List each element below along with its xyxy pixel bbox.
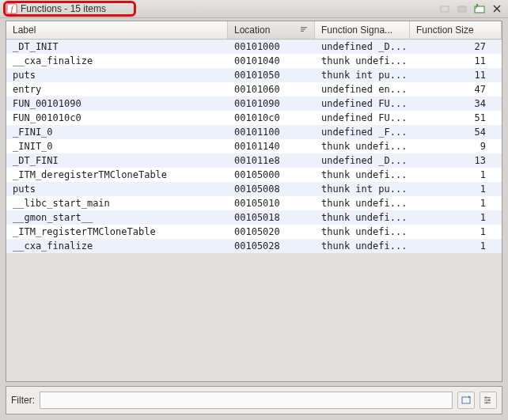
col-header-size-text: Function Size bbox=[416, 25, 474, 36]
table-empty-area bbox=[6, 253, 502, 381]
cell-location: 00105000 bbox=[228, 169, 315, 180]
table-row[interactable]: puts00101050thunk int pu...11 bbox=[6, 68, 502, 82]
table-row[interactable]: _INIT_000101140thunk undefi...9 bbox=[6, 139, 502, 153]
toolbar-button-2[interactable] bbox=[454, 2, 470, 16]
svg-rect-8 bbox=[301, 31, 304, 32]
table-row[interactable]: __gmon_start__00105018thunk undefi...1 bbox=[6, 210, 502, 225]
svg-point-15 bbox=[486, 402, 488, 404]
cell-label: _FINI_0 bbox=[6, 127, 228, 138]
table-row[interactable]: entry00101060undefined en...47 bbox=[6, 82, 502, 96]
functions-icon: f bbox=[6, 3, 17, 14]
col-header-label[interactable]: Label bbox=[6, 21, 228, 39]
col-header-location[interactable]: Location bbox=[228, 21, 315, 39]
cell-location: 00101090 bbox=[228, 98, 315, 109]
cell-location: 001010c0 bbox=[228, 112, 315, 123]
cell-location: 00105008 bbox=[228, 184, 315, 195]
col-header-location-text: Location bbox=[234, 25, 270, 36]
cell-sig: undefined _D... bbox=[315, 155, 410, 166]
cell-label: __cxa_finalize bbox=[6, 240, 228, 252]
table-row[interactable]: _ITM_registerTMCloneTable00105020thunk u… bbox=[6, 225, 502, 239]
cell-size: 11 bbox=[410, 55, 502, 66]
cell-size: 1 bbox=[410, 226, 502, 237]
svg-rect-2 bbox=[441, 6, 449, 12]
col-header-signature[interactable]: Function Signa... bbox=[315, 21, 410, 39]
sort-indicator-icon bbox=[300, 25, 308, 36]
filter-bar: Filter: bbox=[6, 386, 502, 414]
filter-label: Filter: bbox=[11, 395, 35, 406]
table-row[interactable]: __cxa_finalize00101040thunk undefi...11 bbox=[6, 54, 502, 68]
cell-label: _ITM_registerTMCloneTable bbox=[6, 226, 228, 237]
toolbar-button-1[interactable] bbox=[437, 2, 453, 16]
cell-sig: thunk undefi... bbox=[315, 141, 410, 152]
table-body: _DT_INIT00101000undefined _D...27__cxa_f… bbox=[6, 40, 502, 381]
cell-label: puts bbox=[6, 184, 228, 195]
cell-location: 001011e8 bbox=[228, 155, 315, 166]
svg-rect-9 bbox=[462, 397, 470, 403]
cell-label: _ITM_deregisterTMCloneTable bbox=[6, 169, 228, 180]
cell-label: FUN_001010c0 bbox=[6, 112, 228, 123]
cell-location: 00101060 bbox=[228, 84, 315, 95]
cell-location: 00101040 bbox=[228, 55, 315, 66]
cell-sig: undefined FU... bbox=[315, 98, 410, 109]
cell-size: 1 bbox=[410, 212, 502, 223]
cell-sig: thunk undefi... bbox=[315, 169, 410, 180]
close-button[interactable] bbox=[489, 2, 505, 16]
cell-label: _DT_FINI bbox=[6, 155, 228, 166]
cell-label: _DT_INIT bbox=[6, 41, 228, 52]
table-row[interactable]: _FINI_000101100undefined _F...54 bbox=[6, 125, 502, 139]
cell-sig: thunk int pu... bbox=[315, 184, 410, 195]
title-left: f Functions - 15 items bbox=[3, 3, 109, 14]
cell-location: 00105010 bbox=[228, 198, 315, 209]
cell-location: 00101050 bbox=[228, 70, 315, 81]
cell-label: _INIT_0 bbox=[6, 141, 228, 152]
cell-label: __libc_start_main bbox=[6, 198, 228, 209]
col-header-signature-text: Function Signa... bbox=[321, 25, 392, 36]
clear-filter-button[interactable] bbox=[457, 392, 475, 409]
cell-size: 11 bbox=[410, 70, 502, 81]
cell-sig: undefined _F... bbox=[315, 127, 410, 138]
table-row[interactable]: _ITM_deregisterTMCloneTable00105000thunk… bbox=[6, 168, 502, 182]
cell-size: 27 bbox=[410, 41, 502, 52]
cell-location: 00105028 bbox=[228, 240, 315, 252]
cell-size: 1 bbox=[410, 169, 502, 180]
cell-size: 9 bbox=[410, 141, 502, 152]
table-row[interactable]: __cxa_finalize00105028thunk undefi...1 bbox=[6, 239, 502, 253]
table-row[interactable]: puts00105008thunk int pu...1 bbox=[6, 182, 502, 196]
table-row[interactable]: FUN_0010109000101090undefined FU...34 bbox=[6, 96, 502, 111]
snapshot-button[interactable] bbox=[472, 2, 487, 16]
cell-sig: thunk undefi... bbox=[315, 212, 410, 223]
table-row[interactable]: FUN_001010c0001010c0undefined FU...51 bbox=[6, 111, 502, 125]
cell-size: 1 bbox=[410, 198, 502, 209]
table-panel: Label Location Function Signa... Functio… bbox=[6, 21, 502, 382]
table-row[interactable]: _DT_INIT00101000undefined _D...27 bbox=[6, 40, 502, 54]
filter-settings-button[interactable] bbox=[480, 392, 497, 409]
cell-size: 51 bbox=[410, 112, 502, 123]
cell-sig: thunk undefi... bbox=[315, 226, 410, 237]
svg-point-5 bbox=[476, 4, 478, 6]
svg-rect-3 bbox=[458, 6, 466, 12]
cell-sig: undefined _D... bbox=[315, 41, 410, 52]
cell-label: FUN_00101090 bbox=[6, 98, 228, 109]
titlebar-actions bbox=[437, 2, 505, 16]
cell-location: 00101100 bbox=[228, 127, 315, 138]
cell-sig: thunk int pu... bbox=[315, 70, 410, 81]
cell-sig: undefined en... bbox=[315, 84, 410, 95]
col-header-size[interactable]: Function Size bbox=[410, 21, 502, 39]
table-row[interactable]: _DT_FINI001011e8undefined _D...13 bbox=[6, 153, 502, 168]
cell-size: 1 bbox=[410, 240, 502, 252]
cell-sig: thunk undefi... bbox=[315, 55, 410, 66]
table-header: Label Location Function Signa... Functio… bbox=[6, 21, 502, 40]
filter-input[interactable] bbox=[40, 392, 453, 409]
cell-size: 34 bbox=[410, 98, 502, 109]
table-row[interactable]: __libc_start_main00105010thunk undefi...… bbox=[6, 196, 502, 210]
svg-point-14 bbox=[488, 399, 491, 402]
cell-label: puts bbox=[6, 70, 228, 81]
cell-size: 54 bbox=[410, 127, 502, 138]
cell-location: 00105020 bbox=[228, 226, 315, 237]
cell-size: 13 bbox=[410, 155, 502, 166]
functions-window: f Functions - 15 items Label Location bbox=[0, 0, 508, 420]
cell-location: 00105018 bbox=[228, 212, 315, 223]
cell-sig: undefined FU... bbox=[315, 112, 410, 123]
col-header-label-text: Label bbox=[13, 25, 36, 36]
cell-size: 47 bbox=[410, 84, 502, 95]
